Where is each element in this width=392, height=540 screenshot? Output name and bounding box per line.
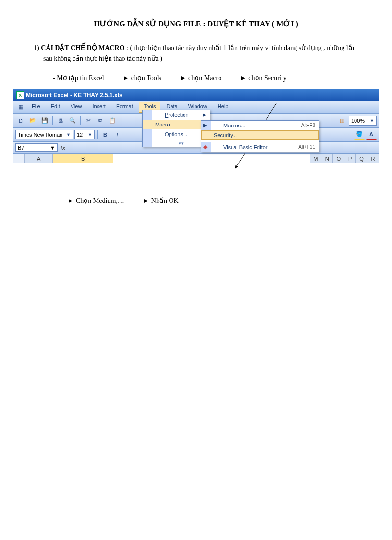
tools-dropdown: Protection ▶ Macro ▶ Options... ▾▾: [142, 110, 210, 147]
menu-insert[interactable]: Insert: [87, 102, 110, 113]
menu-item-options[interactable]: Options...: [143, 129, 210, 139]
menu-item-macro[interactable]: Macro ▶: [143, 120, 210, 129]
vbe-icon: ◆: [203, 144, 207, 150]
section-number: 1): [34, 44, 39, 51]
menu-label: Protection: [165, 112, 189, 118]
dropdown-icon: ▼: [370, 118, 374, 123]
submenu-item-vbe[interactable]: ◆ Visual Basic Editor Alt+F11: [201, 142, 319, 152]
copy-icon[interactable]: ⧉: [95, 115, 106, 126]
col-header[interactable]: Q: [356, 154, 368, 163]
font-color-icon[interactable]: A: [366, 129, 377, 140]
macro-submenu: ▶ Macros... Alt+F8 Security... ◆ Visual …: [201, 120, 319, 152]
save-icon[interactable]: 💾: [39, 115, 50, 126]
column-headers: A B M N O P Q R: [13, 154, 379, 163]
menu-item-protection[interactable]: Protection ▶: [143, 110, 210, 120]
fill-color-icon[interactable]: 🪣: [354, 129, 365, 140]
chevron-down-icon: ▾▾: [179, 141, 184, 146]
name-box-value: B7: [18, 145, 24, 151]
col-header[interactable]: M: [310, 154, 321, 163]
section-1: 1) CÀI ĐẶT CHẾ ĐỘ MACRO : ( thực hiện th…: [43, 43, 363, 64]
svg-line-1: [86, 231, 161, 231]
shortcut-text: Alt+F11: [289, 144, 315, 150]
font-name-box[interactable]: Times New Roman ▼: [15, 130, 73, 139]
submenu-item-macros[interactable]: ▶ Macros... Alt+F8: [201, 121, 319, 130]
flow-step-choose-macro: chọn Macro: [188, 74, 221, 82]
col-header[interactable]: O: [333, 154, 344, 163]
menu-label: Options...: [165, 131, 187, 137]
flow-step-choose-medium: Chọn Medium,…: [76, 197, 124, 205]
menu-label: Macros...: [223, 123, 245, 128]
zoom-box[interactable]: 100% ▼: [349, 116, 377, 126]
arrow-icon: [108, 78, 127, 78]
menu-format[interactable]: Format: [111, 102, 138, 113]
paste-icon[interactable]: 📋: [107, 115, 118, 126]
excel-title-text: Microsoft Excel - KE THAY 2.5.1.xls: [26, 92, 122, 99]
flow-step-press-ok: Nhấn OK: [151, 197, 179, 205]
shortcut-text: Alt+F8: [292, 123, 315, 128]
col-header[interactable]: A: [25, 154, 53, 163]
separator: [80, 116, 81, 125]
submenu-arrow-icon: ▶: [203, 113, 206, 117]
menu-expand-chevron[interactable]: ▾▾: [143, 139, 210, 147]
open-icon[interactable]: 📂: [27, 115, 38, 126]
italic-icon[interactable]: I: [112, 129, 122, 140]
svg-line-2: [163, 231, 288, 231]
arrow-icon: [53, 201, 72, 201]
select-all-corner[interactable]: [13, 154, 25, 163]
excel-icon: X: [16, 91, 24, 99]
flow-step-open-excel: - Mở tập tin Excel: [53, 74, 104, 82]
flow-steps-2: Chọn Medium,… Nhấn OK: [53, 197, 363, 205]
flow-steps-1: - Mở tập tin Excel chọn Tools chọn Macro…: [53, 74, 363, 82]
bold-icon[interactable]: B: [100, 129, 110, 140]
dropdown-icon: ▼: [50, 145, 55, 151]
page-title: HƯỚNG DẪN SỬ DỤNG FILE : DUYỆT KÊ THAY (…: [0, 19, 392, 28]
print-icon[interactable]: 🖶: [55, 115, 66, 126]
arrow-icon: [165, 78, 184, 78]
col-header[interactable]: P: [344, 154, 356, 163]
section-heading: CÀI ĐẶT CHẾ ĐỘ MACRO: [41, 44, 124, 51]
col-header[interactable]: N: [321, 154, 333, 163]
flow-step-choose-tools: chọn Tools: [131, 74, 161, 82]
new-icon[interactable]: 🗋: [15, 115, 26, 126]
menu-label: Security...: [214, 132, 237, 138]
name-box[interactable]: B7 ▼: [15, 143, 58, 152]
font-name-value: Times New Roman: [18, 132, 62, 138]
macros-icon: ▶: [203, 122, 207, 128]
menu-edit[interactable]: Edit: [46, 102, 65, 113]
arrow-icon: [225, 78, 245, 78]
menu-label: Macro: [155, 122, 170, 127]
separator: [97, 130, 98, 139]
zoom-value: 100%: [351, 118, 365, 124]
submenu-item-security[interactable]: Security...: [201, 130, 319, 140]
fx-icon[interactable]: fx: [61, 145, 65, 151]
separator: [52, 116, 53, 125]
worksheet-icon: ▦: [15, 102, 26, 113]
col-header-selected[interactable]: B: [53, 154, 113, 163]
dropdown-icon: ▼: [88, 132, 92, 137]
dropdown-icon: ▼: [66, 132, 71, 137]
excel-titlebar: X Microsoft Excel - KE THAY 2.5.1.xls: [13, 89, 379, 101]
menu-view[interactable]: View: [66, 102, 87, 113]
chart-icon[interactable]: ▥: [337, 115, 347, 126]
font-size-box[interactable]: 12 ▼: [74, 130, 95, 139]
menu-label: Visual Basic Editor: [223, 144, 268, 150]
col-header[interactable]: R: [368, 154, 379, 163]
cut-icon[interactable]: ✂: [83, 115, 94, 126]
excel-window: X Microsoft Excel - KE THAY 2.5.1.xls ▦ …: [13, 89, 379, 163]
font-size-value: 12: [77, 132, 83, 138]
menu-help[interactable]: Help: [213, 102, 233, 113]
preview-icon[interactable]: 🔍: [67, 115, 78, 126]
flow-step-choose-security: chọn Security: [248, 74, 286, 82]
arrow-icon: [128, 201, 147, 201]
menu-file[interactable]: File: [27, 102, 45, 113]
